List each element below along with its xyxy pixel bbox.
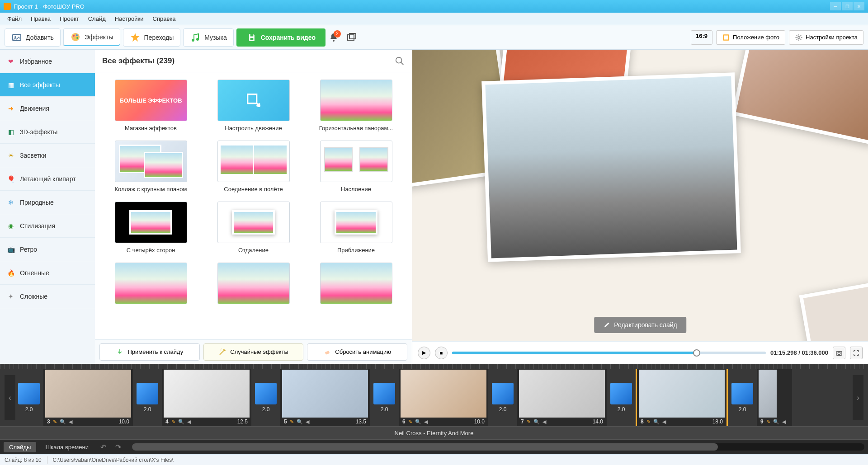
transition-box[interactable] [492,383,514,404]
triangle-icon[interactable]: ◀ [662,419,666,425]
effect-card[interactable]: Отдаление [205,202,302,254]
transition-box[interactable] [137,383,158,404]
effect-card[interactable]: Горизонтальная панорам... [307,80,405,132]
category-grid[interactable]: ▦Все эффекты [0,73,95,97]
edit-icon[interactable]: ✎ [766,419,770,425]
edit-slide-button[interactable]: Редактировать слайд [594,317,686,333]
project-settings-button[interactable]: Настройки проекта [789,30,863,45]
redo-button[interactable]: ↷ [113,443,124,451]
effect-card[interactable]: Настроить движение [205,80,302,132]
zoom-icon[interactable]: 🔍 [653,419,660,425]
zoom-icon[interactable]: 🔍 [415,419,421,425]
category-arrow[interactable]: ➜Движения [0,97,95,120]
menu-settings[interactable]: Настройки [110,15,148,22]
triangle-icon[interactable]: ◀ [542,419,546,425]
edit-icon[interactable]: ✎ [646,419,651,425]
effect-card[interactable]: Коллаж с крупным планом [102,141,199,193]
reset-animation-button[interactable]: Сбросить анимацию [307,343,407,361]
category-tv[interactable]: 📺Ретро [0,238,95,261]
edit-icon[interactable]: ✎ [171,419,175,425]
effects-tab[interactable]: Эффекты [63,28,120,47]
timeline-slide[interactable]: 4✎🔍◀12.5 [162,369,251,426]
search-button[interactable] [395,56,405,66]
timeline-next[interactable]: › [853,375,863,420]
timeline-slide[interactable]: 3✎🔍◀10.0 [43,369,133,426]
effects-grid: БОЛЬШЕ ЭФФЕКТОВМагазин эффектовНастроить… [95,72,412,339]
maximize-button[interactable]: ☐ [842,2,853,10]
notifications-button[interactable]: 2 [328,32,339,43]
triangle-icon[interactable]: ◀ [782,419,786,425]
menu-help[interactable]: Справка [148,15,180,22]
category-snowflake[interactable]: ❄Природные [0,191,95,214]
seek-knob[interactable] [693,349,700,357]
transition-box[interactable] [18,383,40,404]
slides-view-tab[interactable]: Слайды [4,442,36,452]
photo-position-button[interactable]: Положение фото [716,30,785,45]
save-video-button[interactable]: Сохранить видео [236,28,326,47]
category-fire[interactable]: 🔥Огненные [0,261,95,285]
menu-project[interactable]: Проект [55,15,84,22]
effect-card[interactable] [102,263,199,308]
effect-card[interactable]: БОЛЬШЕ ЭФФЕКТОВМагазин эффектов [102,80,199,132]
transition-box[interactable] [610,383,632,404]
zoom-icon[interactable]: 🔍 [178,419,184,425]
category-circle[interactable]: ◉Стилизация [0,214,95,238]
aspect-ratio[interactable]: 16:9 [691,30,712,45]
edit-icon[interactable]: ✎ [53,419,57,425]
zoom-icon[interactable]: 🔍 [60,419,66,425]
category-cube[interactable]: ◧3D-эффекты [0,120,95,144]
category-heart[interactable]: ❤Избранное [0,50,95,73]
edit-icon[interactable]: ✎ [290,419,294,425]
transition-box[interactable] [255,383,277,404]
zoom-icon[interactable]: 🔍 [533,419,540,425]
fullscreen-button[interactable] [850,347,863,359]
zoom-icon[interactable]: 🔍 [773,419,779,425]
triangle-icon[interactable]: ◀ [424,419,428,425]
music-tab[interactable]: Музыка [183,28,234,47]
effect-card[interactable]: Соединение в полёте [205,141,302,193]
seek-bar[interactable] [452,352,766,354]
snapshot-button[interactable] [833,347,845,359]
undo-button[interactable]: ↶ [98,443,109,451]
timeline-slide[interactable]: 8✎🔍◀18.0 [636,369,728,426]
effect-label: Коллаж с крупным планом [115,186,187,193]
transitions-tab[interactable]: Переходы [123,28,181,47]
minimize-button[interactable]: ─ [830,2,841,10]
add-button[interactable]: Добавить [5,28,61,47]
timeline-prev[interactable]: ‹ [5,375,15,420]
effect-card[interactable]: С четырёх сторон [102,202,199,254]
triangle-icon[interactable]: ◀ [69,419,72,425]
menu-file[interactable]: Файл [3,15,26,22]
timeline-slide[interactable]: 7✎🔍◀14.0 [517,369,607,426]
stop-button[interactable]: ■ [435,347,448,359]
apply-to-slide-button[interactable]: Применить к слайду [99,343,200,361]
transition-box[interactable] [731,383,753,404]
status-slide: Слайд: 8 из 10 [5,457,42,463]
edit-icon[interactable]: ✎ [408,419,412,425]
category-sun[interactable]: ☀Засветки [0,144,95,167]
image-icon-button[interactable] [346,32,357,43]
category-balloon[interactable]: 🎈Летающий клипарт [0,167,95,191]
menu-edit[interactable]: Правка [26,15,55,22]
audio-track[interactable]: Neil Cross - Eternity And More [0,426,868,440]
category-complex[interactable]: ✦Сложные [0,285,95,308]
effect-card[interactable] [205,263,302,308]
timeline-scrollbar[interactable] [132,443,864,451]
timeline-slide[interactable]: 5✎🔍◀13.5 [280,369,370,426]
triangle-icon[interactable]: ◀ [187,419,191,425]
close-button[interactable]: ✕ [854,2,864,10]
scrollbar-thumb[interactable] [132,443,718,451]
transition-box[interactable] [373,383,395,404]
effect-card[interactable] [307,263,405,308]
effect-card[interactable]: Наслоение [307,141,405,193]
effect-card[interactable]: Приближение [307,202,405,254]
play-button[interactable]: ▶ [418,347,430,359]
timeline-slide[interactable]: 9✎🔍◀ [757,369,792,426]
zoom-icon[interactable]: 🔍 [297,419,303,425]
timeline-view-tab[interactable]: Шкала времени [40,442,94,452]
random-effects-button[interactable]: Случайные эффекты [203,343,304,361]
menu-slide[interactable]: Слайд [84,15,110,22]
edit-icon[interactable]: ✎ [527,419,531,425]
triangle-icon[interactable]: ◀ [306,419,309,425]
timeline-slide[interactable]: 6✎🔍◀10.0 [399,369,488,426]
